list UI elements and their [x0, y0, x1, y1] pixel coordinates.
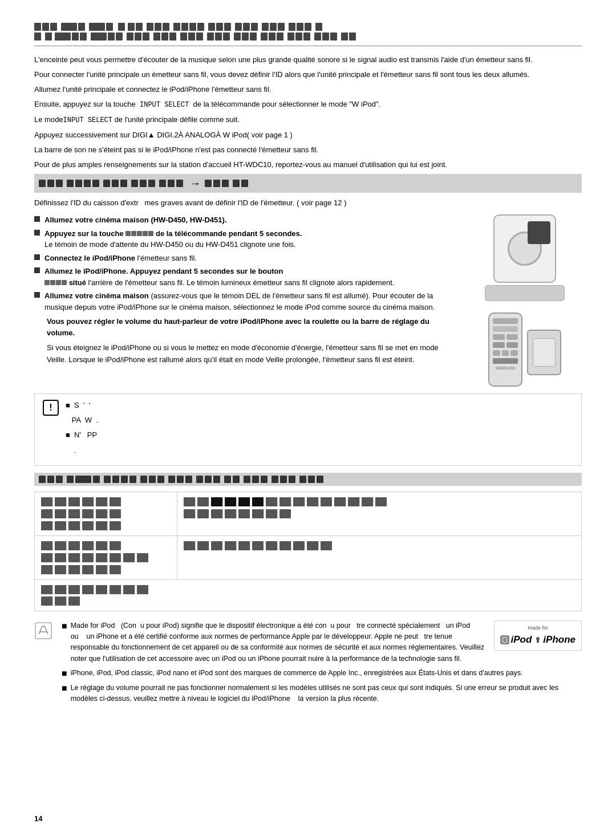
badge-logos: iPod iPhone [500, 632, 576, 647]
footer-bullet-3: ■ Le réglage du volume pourrait ne pas f… [62, 683, 582, 705]
section2-heading-bar: → [34, 174, 582, 193]
notice-box: ! ■ S ' ' PA W . ■ N' PP . [34, 393, 582, 466]
intro-para-6: Appuyez successivement sur DIGI▲ DIGI.2À… [34, 129, 582, 141]
notice-icon: ! [43, 400, 59, 416]
step-3-text: Connectez le iPod/iPhone l'émetteur sans… [44, 253, 197, 264]
intro-para-4: Ensuite, appuyez sur la touche INPUT SEL… [34, 99, 582, 111]
ipod-text: iPod [510, 632, 532, 647]
pencil-icon [34, 622, 52, 640]
step-5: Allumez votre cinéma maison (assurez-vou… [34, 290, 456, 313]
note-icon [34, 622, 52, 640]
notice-line-2: PA W . [66, 415, 573, 426]
table-cell-3-2 [177, 580, 581, 611]
intro-section: L'enceinte peut vous permettre d'écouter… [34, 54, 582, 171]
table-row-3 [35, 580, 581, 611]
notice-line-3: ■ N' PP [66, 429, 573, 441]
badge-made-for-label: Made for [500, 624, 576, 632]
footer-section: Made for iPod iPhone ■ Made for i [34, 620, 582, 708]
step-3: Connectez le iPod/iPhone l'émetteur sans… [34, 253, 456, 264]
sub-notes: Vous pouvez régler le volume du haut-par… [47, 316, 456, 366]
sub-note-2: Si vous éteignez le iPod/iPhone ou si vo… [47, 342, 456, 365]
bullet-2-text: iPhone, iPod, iPod classic, iPod nano et… [71, 668, 523, 679]
step-bullet-1 [34, 216, 40, 222]
table-section-heading-bar [34, 473, 582, 486]
ipod-logo-icon: iPod [500, 632, 532, 647]
intro-para-7: La barre de son ne s'éteint pas si le iP… [34, 144, 582, 156]
section2-note: Définissez l'ID du caisson d'extr mes gr… [34, 197, 582, 209]
step-4: Allumez le iPod/iPhone. Appuyez pendant … [34, 266, 456, 288]
page-number: 14 [34, 814, 42, 823]
table-cell-1-1 [35, 492, 177, 535]
table-row-2 [35, 536, 581, 580]
svg-rect-0 [35, 623, 51, 639]
table-cell-2-2 [177, 536, 581, 579]
footer-bullet-1: ■ Made for iPod (Con u pour iPod) signif… [62, 620, 486, 665]
step-bullet-3 [34, 254, 40, 260]
table-cell-2-1 [35, 536, 177, 579]
notice-content: ■ S ' ' PA W . ■ N' PP . [66, 400, 573, 460]
intro-para-3: Allumez l'unité principale et connectez … [34, 84, 582, 95]
bullet-2-icon: ■ [62, 668, 67, 679]
illustrations-col: SAMSUNG [468, 214, 582, 387]
step-bullet-2 [34, 230, 40, 236]
steps-section: Allumez votre cinéma maison (HW-D450, HW… [34, 214, 456, 387]
table-cell-1-2 [177, 492, 581, 535]
iphone-symbol-icon [534, 636, 542, 644]
step-bullet-5 [34, 292, 40, 298]
intro-para-5: Le modeINPUT SELECT de l'unité principal… [34, 114, 582, 126]
step-2: Appuyez sur la touche de la télécommande… [34, 228, 456, 250]
intro-para-1: L'enceinte peut vous permettre d'écouter… [34, 54, 582, 66]
step-4-text: Allumez le iPod/iPhone. Appuyez pendant … [44, 266, 394, 288]
heading-row-2 [34, 33, 582, 40]
main-content-area: Allumez votre cinéma maison (HW-D450, HW… [34, 214, 582, 387]
step-5-text: Allumez votre cinéma maison (assurez-vou… [44, 290, 456, 313]
bullet-3-icon: ■ [62, 683, 67, 705]
ipod-dock-illustration [468, 214, 582, 301]
sub-note-1: Vous pouvez régler le volume du haut-par… [47, 316, 456, 339]
table-row-1 [35, 492, 581, 536]
iphone-logo-icon: iPhone [534, 632, 576, 647]
table-cell-3-1 [35, 580, 177, 611]
step-bullet-4 [34, 267, 40, 273]
made-for-badge: Made for iPod iPhone [494, 620, 582, 651]
bullet-3-text: Le réglage du volume pourrait ne pas fon… [71, 683, 582, 705]
notice-line-1: ■ S ' ' [66, 400, 573, 411]
ipod-symbol-icon [500, 635, 509, 644]
remote-control-illustration: SAMSUNG [468, 313, 582, 387]
footer-text: Made for iPod iPhone ■ Made for i [62, 620, 582, 708]
notice-line-4: . [66, 445, 573, 456]
footer-bullet-2: ■ iPhone, iPod, iPod classic, iPod nano … [62, 668, 582, 679]
step-2-text: Appuyez sur la touche de la télécommande… [44, 228, 302, 250]
intro-para-2: Pour connecter l'unité principale un éme… [34, 69, 582, 80]
bullet-1-icon: ■ [62, 620, 67, 665]
intro-para-8: Pour de plus amples renseignements sur l… [34, 159, 582, 171]
bullet-1-text: Made for iPod (Con u pour iPod) signifie… [71, 620, 487, 665]
iphone-text: iPhone [543, 632, 576, 647]
step-1: Allumez votre cinéma maison (HW-D450, HW… [34, 214, 456, 226]
step-1-text: Allumez votre cinéma maison (HW-D450, HW… [44, 214, 227, 226]
compatibility-table [34, 492, 582, 611]
heading-row-1 [34, 23, 582, 31]
top-heading-section [34, 23, 582, 46]
